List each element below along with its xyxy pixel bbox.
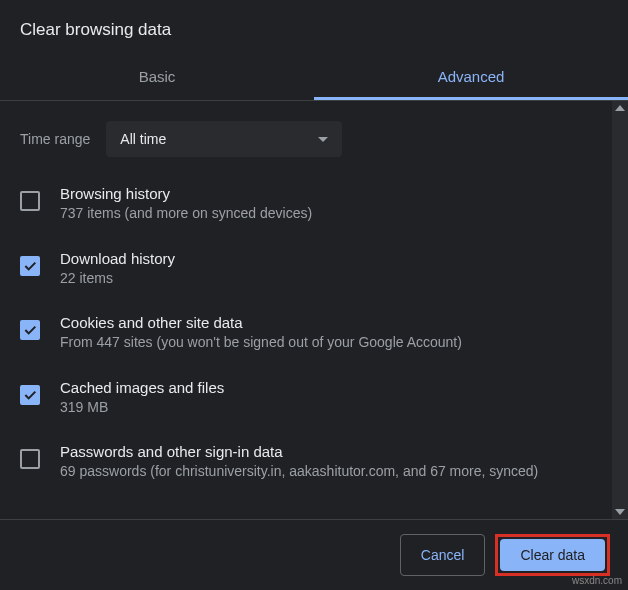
list-item: Passwords and other sign-in data 69 pass… xyxy=(20,443,592,482)
item-subtitle: 737 items (and more on synced devices) xyxy=(60,204,592,224)
item-title: Download history xyxy=(60,250,592,267)
tabs: Basic Advanced xyxy=(0,56,628,101)
item-subtitle: 22 items xyxy=(60,269,592,289)
content: Time range All time Browsing history 737… xyxy=(0,101,612,519)
item-subtitle: 319 MB xyxy=(60,398,592,418)
checkbox-download-history[interactable] xyxy=(20,256,40,276)
dialog-title: Clear browsing data xyxy=(0,0,628,56)
check-icon xyxy=(22,322,38,338)
list-item: Cookies and other site data From 447 sit… xyxy=(20,314,592,353)
checkbox-cookies[interactable] xyxy=(20,320,40,340)
item-subtitle: 69 passwords (for christuniversity.in, a… xyxy=(60,462,592,482)
scrollbar[interactable] xyxy=(612,101,628,519)
time-range-value: All time xyxy=(120,131,166,147)
item-title: Passwords and other sign-in data xyxy=(60,443,592,460)
checkbox-passwords[interactable] xyxy=(20,449,40,469)
clear-browsing-data-dialog: Clear browsing data Basic Advanced Time … xyxy=(0,0,628,590)
list-item: Cached images and files 319 MB xyxy=(20,379,592,418)
checkbox-cache[interactable] xyxy=(20,385,40,405)
list-item: Browsing history 737 items (and more on … xyxy=(20,185,592,224)
time-range-row: Time range All time xyxy=(20,121,592,157)
check-icon xyxy=(22,387,38,403)
tab-basic[interactable]: Basic xyxy=(0,56,314,100)
item-title: Cookies and other site data xyxy=(60,314,592,331)
item-subtitle: From 447 sites (you won't be signed out … xyxy=(60,333,592,353)
scroll-down-icon xyxy=(615,509,625,515)
clear-data-button[interactable]: Clear data xyxy=(500,539,605,571)
dialog-footer: Cancel Clear data xyxy=(0,519,628,590)
scroll-up-icon xyxy=(615,105,625,111)
time-range-select[interactable]: All time xyxy=(106,121,342,157)
list-item: Download history 22 items xyxy=(20,250,592,289)
time-range-label: Time range xyxy=(20,131,90,147)
cancel-button[interactable]: Cancel xyxy=(400,534,486,576)
check-icon xyxy=(22,258,38,274)
highlight-box: Clear data xyxy=(495,534,610,576)
item-title: Browsing history xyxy=(60,185,592,202)
chevron-down-icon xyxy=(318,137,328,142)
content-wrap: Time range All time Browsing history 737… xyxy=(0,101,628,519)
item-title: Cached images and files xyxy=(60,379,592,396)
checkbox-browsing-history[interactable] xyxy=(20,191,40,211)
tab-advanced[interactable]: Advanced xyxy=(314,56,628,100)
watermark: wsxdn.com xyxy=(572,575,622,586)
